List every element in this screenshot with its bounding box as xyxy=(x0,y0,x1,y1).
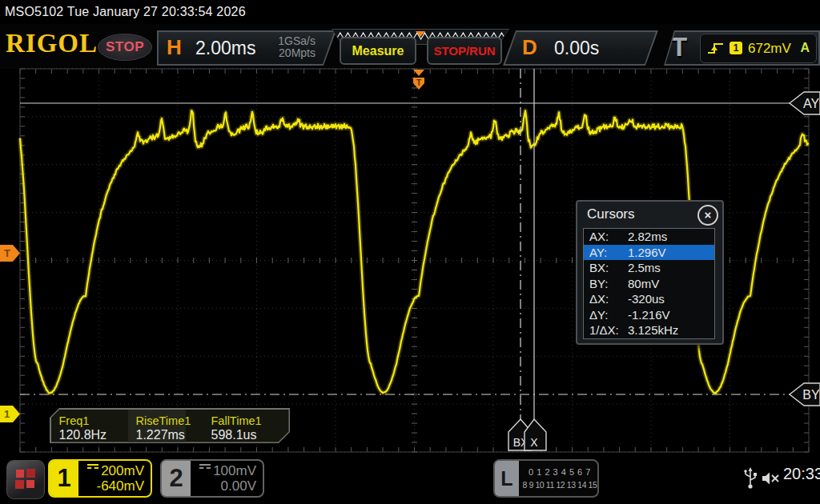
channel2-button[interactable]: 2 100mV 0.00V xyxy=(160,459,264,498)
dc-coupling-icon xyxy=(199,464,211,473)
cursor-readout-label: AX: xyxy=(589,230,628,243)
trigger-level-marker-label: T xyxy=(4,247,10,259)
cursor-readout-value: 80mV xyxy=(628,277,659,290)
cursor-readout-value: 2.5ms xyxy=(628,261,661,274)
cursor-readout-row[interactable]: BX:2.5ms xyxy=(584,260,714,276)
cursor-readout-value: 1.296V xyxy=(628,246,666,259)
channel1-button[interactable]: 1 200mV -640mV xyxy=(48,459,152,498)
cursor-readout-value: 2.82ms xyxy=(628,230,667,243)
measurement-value: 1.227ms xyxy=(136,428,185,442)
measurement-label: RiseTime1 xyxy=(136,414,191,427)
cursor-readout-row[interactable]: ΔY:-1.216V xyxy=(584,307,714,323)
cursor-readout-value: -1.216V xyxy=(628,308,670,322)
desktop-menu-button[interactable] xyxy=(6,460,45,499)
cursor-readout-value: -320us xyxy=(628,292,665,306)
cursor-ay-flag-label: AY xyxy=(803,97,819,110)
cursor-readout-label: ΔY: xyxy=(589,308,628,322)
trigger-position-label: T xyxy=(416,78,421,87)
cursors-panel-title: Cursors xyxy=(587,206,635,222)
logic-analyzer-button[interactable]: L 0 1 2 3 4 5 6 7 8 9 10 11 12 13 14 15 xyxy=(493,459,599,498)
cursor-readout-row[interactable]: 1/ΔX:3.125kHz xyxy=(584,322,714,338)
close-icon[interactable]: × xyxy=(697,205,718,226)
cursor-readout-row[interactable]: ΔX:-320us xyxy=(584,291,714,307)
ch1-ground-marker-label: 1 xyxy=(4,408,10,420)
cursor-readout-value: 3.125kHz xyxy=(628,323,678,337)
measurement-value: 120.8Hz xyxy=(59,428,107,442)
clock: 20:33 xyxy=(783,465,820,483)
measurements-panel-body: Freq1120.8HzRiseTime11.227msFallTime1598… xyxy=(51,410,289,442)
speaker-muted-icon[interactable] xyxy=(761,470,782,486)
channel1-scale: 200mV xyxy=(87,463,144,478)
channel1-offset: -640mV xyxy=(87,478,144,494)
channel2-scale: 100mV xyxy=(199,463,256,478)
measurements-panel[interactable]: Freq1120.8HzRiseTime11.227msFallTime1598… xyxy=(50,408,290,443)
trigger-position-marker[interactable] xyxy=(413,70,424,76)
cursors-results-panel[interactable]: Cursors × AX:2.82msAY:1.296VBX:2.5msBY:8… xyxy=(576,200,724,345)
cursor-readout-label: AY: xyxy=(589,246,628,259)
digital-channels-row1: 0 1 2 3 4 5 6 7 xyxy=(522,467,597,477)
cursor-readout-label: 1/ΔX: xyxy=(589,323,628,337)
measurement-cell[interactable]: RiseTime11.227ms xyxy=(128,410,186,442)
marker-layer: T xyxy=(413,70,424,90)
footer-bar: 1 200mV -640mV 2 100mV 0.00V L 0 1 2 3 4… xyxy=(0,454,820,504)
channel2-offset: 0.00V xyxy=(199,478,256,494)
measurement-label: FallTime1 xyxy=(211,414,262,427)
usb-icon xyxy=(743,467,758,490)
measurement-cell[interactable]: FallTime1598.1us xyxy=(203,410,289,442)
cursors-readout-list: AX:2.82msAY:1.296VBX:2.5msBY:80mVΔX:-320… xyxy=(583,228,715,339)
channel2-number: 2 xyxy=(162,461,191,496)
channel1-number: 1 xyxy=(50,461,78,496)
cursor-by-flag-label: BY xyxy=(802,388,820,402)
dc-coupling-icon xyxy=(87,464,98,473)
oscilloscope-screen: { "titlebar": { "text": "MSO5102 Tue Jan… xyxy=(0,0,820,504)
digital-channels-row2: 8 9 10 11 12 13 14 15 xyxy=(522,480,597,490)
cursor-readout-row[interactable]: AY:1.296V xyxy=(584,245,714,261)
cursor-readout-row[interactable]: AX:2.82ms xyxy=(584,229,714,245)
cursor-readout-row[interactable]: BY:80mV xyxy=(584,276,714,292)
cursor-ax-flag-label: X xyxy=(530,436,538,449)
logic-analyzer-label: L xyxy=(495,461,519,496)
cursor-readout-label: BY: xyxy=(589,277,628,290)
measurement-value: 598.1us xyxy=(211,428,257,442)
menu-icon xyxy=(16,470,24,478)
measurement-cell[interactable]: Freq1120.8Hz xyxy=(51,410,128,442)
cursor-readout-label: ΔX: xyxy=(589,292,628,306)
cursor-readout-label: BX: xyxy=(589,261,628,274)
measurement-label: Freq1 xyxy=(59,414,90,427)
